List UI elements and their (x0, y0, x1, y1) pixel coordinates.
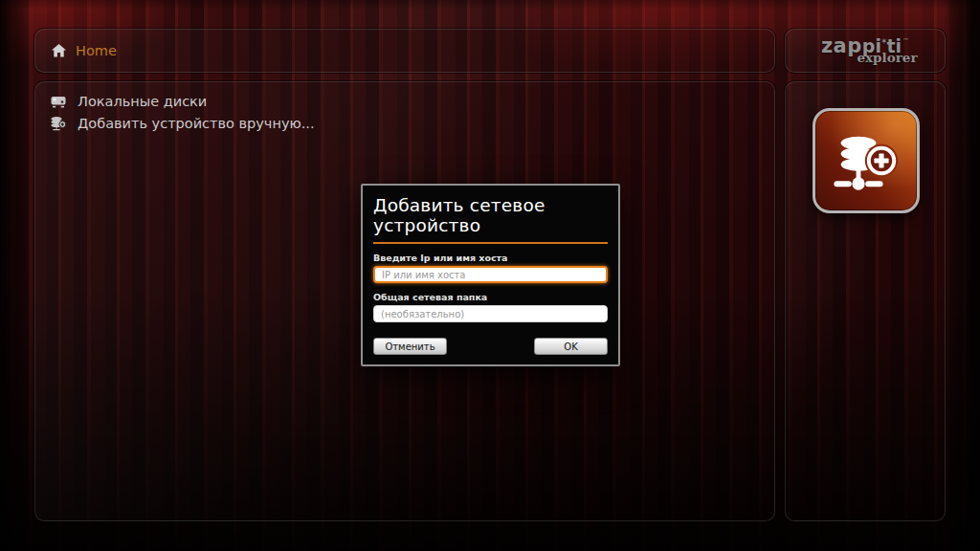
zappiti-explorer-logo: zappi✶ti™ explorer (786, 30, 945, 72)
home-label: Home (76, 43, 117, 58)
device-list: Локальные диски Добавить устройство вруч… (35, 82, 774, 142)
list-item-label: Добавить устройство вручную... (78, 116, 315, 131)
hard-drive-icon (49, 94, 67, 109)
add-network-drive-icon (828, 122, 904, 199)
logo-panel: zappi✶ti™ explorer (785, 29, 946, 73)
ok-button[interactable]: OK (534, 338, 608, 355)
top-bar: Home (34, 29, 775, 73)
ip-host-input[interactable] (373, 266, 608, 283)
logo-star-icon: ✶ (880, 37, 888, 46)
logo-text-explorer: explorer (857, 50, 917, 65)
list-item-local-disks[interactable]: Локальные диски (49, 90, 761, 112)
dialog-title-divider (373, 242, 608, 244)
ip-field-label: Введите Ip или имя хоста (373, 253, 608, 263)
add-network-device-dialog: Добавить сетевое устройство Введите Ip и… (361, 184, 620, 366)
shared-folder-label: Общая сетевая папка (373, 292, 608, 302)
list-item-label: Локальные диски (78, 94, 207, 109)
shared-folder-input[interactable] (373, 305, 608, 322)
logo-trademark: ™ (902, 38, 909, 45)
dialog-button-row: Отменить OK (373, 338, 608, 355)
add-device-icon (49, 116, 67, 131)
side-panel (785, 81, 946, 521)
cancel-button[interactable]: Отменить (373, 338, 447, 355)
list-item-add-device-manually[interactable]: Добавить устройство вручную... (49, 112, 761, 134)
dialog-title: Добавить сетевое устройство (373, 195, 608, 235)
home-icon (51, 43, 67, 58)
home-button[interactable]: Home (35, 30, 774, 72)
add-network-drive-tile[interactable] (813, 108, 920, 213)
